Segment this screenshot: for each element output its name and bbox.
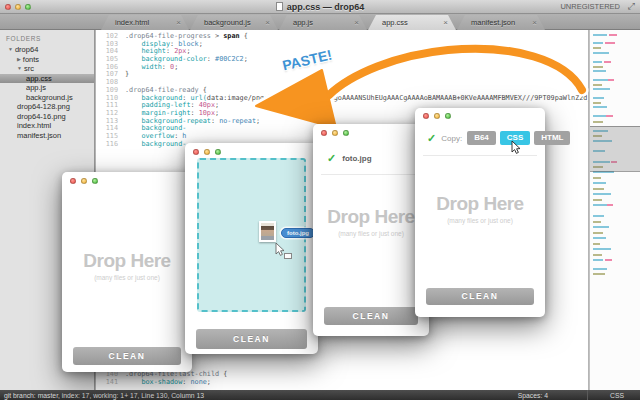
drop-window-1-controls	[70, 178, 98, 184]
minimap-code-marks	[590, 30, 640, 390]
clean-button[interactable]: CLEAN	[196, 329, 307, 349]
tab-close-icon[interactable]: ×	[532, 18, 537, 27]
status-bar: git branch: master, index: 17, working: …	[0, 390, 640, 400]
divider	[423, 155, 537, 156]
minimize-window-button[interactable]	[204, 149, 210, 155]
copy-format-buttons: B64CSSHTML	[467, 131, 570, 145]
drop-here-subtitle: (many files or just one)	[62, 274, 192, 281]
close-window-button[interactable]	[193, 149, 199, 155]
close-window-button[interactable]	[423, 113, 429, 119]
copy-label: Copy:	[441, 134, 462, 143]
received-file-name: foto.jpg	[342, 154, 371, 163]
tab-index.html[interactable]: index.html×	[101, 15, 189, 30]
copy-format-row: ✓ Copy: B64CSSHTML	[427, 131, 535, 145]
zoom-window-button[interactable]	[343, 130, 349, 136]
status-divider	[587, 390, 588, 400]
tab-label: background.js	[204, 18, 251, 27]
minimize-window-button[interactable]	[81, 178, 87, 184]
dragged-file-thumbnail	[259, 221, 276, 242]
sidebar-tree: ▼drop64▶fonts▼srcapp.cssapp.jsbackground…	[0, 45, 94, 140]
minimap-viewport[interactable]	[590, 126, 640, 172]
status-indent[interactable]: Spaces: 4	[518, 392, 548, 399]
zoom-window-button[interactable]	[215, 149, 221, 155]
clean-button[interactable]: CLEAN	[426, 288, 534, 305]
sidebar-item-drop64-16.png[interactable]: drop64-16.png	[0, 112, 94, 122]
document-icon	[276, 2, 283, 11]
drop-window-4: ✓ Copy: B64CSSHTML Drop Here (many files…	[415, 108, 545, 317]
sidebar-item-app.css[interactable]: app.css	[0, 74, 94, 84]
copy-drag-badge-icon	[284, 253, 292, 259]
code-line-141: 141 box-shadow: none;	[96, 379, 588, 387]
minimap[interactable]	[589, 30, 640, 390]
sidebar-header: FOLDERS	[0, 30, 94, 45]
sidebar-item-label: fonts	[23, 55, 39, 64]
sidebar-item-index.html[interactable]: index.html	[0, 121, 94, 131]
sidebar-item-label: app.css	[26, 74, 52, 83]
tab-close-icon[interactable]: ×	[443, 18, 448, 27]
status-syntax[interactable]: CSS	[610, 392, 624, 399]
code-text: width: 0;	[125, 64, 178, 72]
drop-zone[interactable]: Drop Here (many files or just one)	[415, 193, 545, 224]
minimize-window-button[interactable]	[332, 130, 338, 136]
code-text: background-	[125, 141, 186, 149]
fullscreen-icon[interactable]: ⤢	[628, 2, 635, 11]
sidebar-item-src[interactable]: ▼src	[0, 64, 94, 74]
sidebar-item-label: drop64	[15, 45, 38, 54]
sidebar-item-background.js[interactable]: background.js	[0, 93, 94, 103]
chevron-down-icon[interactable]: ▼	[8, 46, 13, 52]
code-text: box-shadow: none;	[125, 379, 211, 387]
tab-manifest.json[interactable]: manifest.json×	[457, 15, 545, 30]
drop-window-3-controls	[321, 130, 349, 136]
copy-format-css-button[interactable]: CSS	[500, 131, 530, 145]
copy-format-html-button[interactable]: HTML	[534, 131, 570, 145]
code-line-106: 106 width: 0;	[96, 64, 588, 72]
check-icon: ✓	[327, 152, 336, 165]
drop-here-subtitle: (many files or just one)	[415, 217, 545, 224]
drop-here-title: Drop Here	[62, 250, 192, 272]
copy-format-b64-button[interactable]: B64	[467, 131, 496, 145]
sidebar-item-manifest.json[interactable]: manifest.json	[0, 131, 94, 141]
clean-button[interactable]: CLEAN	[73, 347, 181, 365]
drop-here-subtitle: (many files or just one)	[313, 230, 429, 237]
unregistered-label: UNREGISTERED	[560, 2, 620, 11]
window-titlebar: app.css — drop64 UNREGISTERED ⤢	[0, 0, 640, 14]
tab-app.css[interactable]: app.css×	[368, 15, 456, 30]
tab-label: app.css	[382, 18, 408, 27]
close-window-button[interactable]	[70, 178, 76, 184]
drop-zone[interactable]: Drop Here (many files or just one)	[62, 250, 192, 281]
tab-label: manifest.json	[471, 18, 515, 27]
drop-window-2: foto.jpg CLEAN	[185, 143, 318, 354]
zoom-window-button[interactable]	[445, 113, 451, 119]
sidebar-item-fonts[interactable]: ▶fonts	[0, 55, 94, 65]
tab-bar-tabs: index.html×background.js×app.js×app.css×…	[101, 15, 546, 30]
sidebar-item-label: src	[24, 64, 34, 73]
code-text: }	[125, 71, 129, 79]
clean-button[interactable]: CLEAN	[324, 307, 418, 325]
tab-close-icon[interactable]: ×	[265, 18, 270, 27]
tab-app.js[interactable]: app.js×	[279, 15, 367, 30]
sidebar-item-label: index.html	[17, 121, 51, 130]
drop-zone[interactable]: Drop Here (many files or just one)	[313, 206, 429, 237]
zoom-window-button[interactable]	[92, 178, 98, 184]
sidebar-item-label: background.js	[26, 93, 73, 102]
minimize-window-button[interactable]	[434, 113, 440, 119]
screen: app.css — drop64 UNREGISTERED ⤢ index.ht…	[0, 0, 640, 400]
received-file-row: ✓ foto.jpg	[327, 152, 372, 165]
sidebar-item-drop64-128.png[interactable]: drop64-128.png	[0, 102, 94, 112]
sidebar-item-drop64[interactable]: ▼drop64	[0, 45, 94, 55]
drop-here-title: Drop Here	[415, 193, 545, 215]
chevron-down-icon[interactable]: ▼	[17, 65, 22, 71]
tab-label: index.html	[115, 18, 149, 27]
close-window-button[interactable]	[321, 130, 327, 136]
chevron-right-icon[interactable]: ▶	[17, 56, 21, 62]
drop-window-2-controls	[193, 149, 221, 155]
divider	[321, 174, 421, 175]
tab-background.js[interactable]: background.js×	[190, 15, 278, 30]
tab-close-icon[interactable]: ×	[354, 18, 359, 27]
sidebar-item-app.js[interactable]: app.js	[0, 83, 94, 93]
tab-label: app.js	[293, 18, 313, 27]
status-git-position: git branch: master, index: 17, working: …	[4, 392, 204, 399]
tab-close-icon[interactable]: ×	[176, 18, 181, 27]
drop-window-4-controls	[423, 113, 451, 119]
code-line-107: 107}	[96, 71, 588, 79]
